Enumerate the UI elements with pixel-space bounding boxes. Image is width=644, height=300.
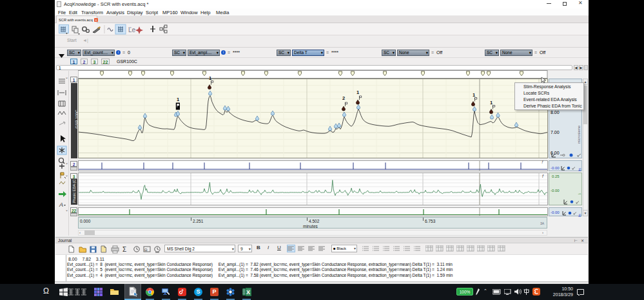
svg-text:Ω: Ω xyxy=(144,248,148,252)
svg-text:Σ: Σ xyxy=(122,246,126,253)
svg-text:Ľe: Ľe xyxy=(128,26,136,33)
svg-text:A: A xyxy=(59,202,63,208)
svg-text:X: X xyxy=(246,289,250,295)
